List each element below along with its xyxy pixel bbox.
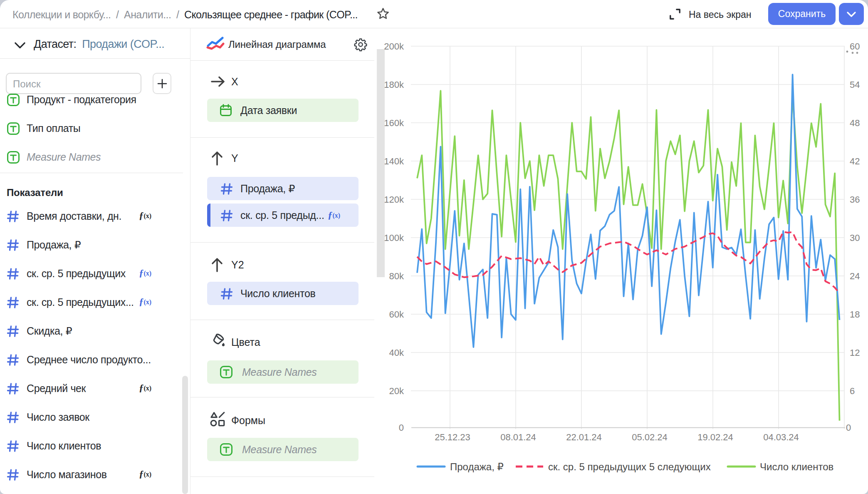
svg-text:160k: 160k: [384, 118, 404, 128]
svg-text:54: 54: [850, 79, 860, 90]
svg-text:ск. ср. 5 предыдущих 5 следующ: ск. ср. 5 предыдущих 5 следующих: [548, 461, 711, 472]
svg-text:20k: 20k: [389, 386, 404, 396]
svg-text:42: 42: [850, 156, 860, 166]
svg-text:100k: 100k: [384, 233, 404, 243]
svg-text:25.12.23: 25.12.23: [435, 432, 470, 442]
svg-text:180k: 180k: [384, 79, 404, 90]
svg-text:12: 12: [850, 348, 860, 358]
svg-text:19.02.24: 19.02.24: [697, 432, 733, 442]
svg-text:04.03.24: 04.03.24: [763, 432, 799, 442]
svg-text:18: 18: [850, 309, 860, 320]
svg-text:05.02.24: 05.02.24: [632, 432, 668, 442]
svg-text:22.01.24: 22.01.24: [566, 432, 602, 442]
svg-text:140k: 140k: [384, 156, 404, 166]
svg-text:6: 6: [850, 386, 855, 396]
svg-text:0: 0: [399, 422, 404, 433]
svg-text:36: 36: [850, 194, 860, 205]
svg-text:Число клиентов: Число клиентов: [760, 461, 833, 472]
svg-text:Продажа, ₽: Продажа, ₽: [450, 461, 504, 472]
svg-text:08.01.24: 08.01.24: [500, 432, 536, 442]
svg-text:40k: 40k: [389, 348, 404, 358]
svg-text:200k: 200k: [384, 41, 404, 52]
svg-text:30: 30: [850, 233, 860, 243]
svg-text:0: 0: [846, 422, 851, 433]
svg-text:60k: 60k: [389, 309, 404, 320]
svg-text:120k: 120k: [384, 194, 404, 205]
svg-text:60: 60: [850, 41, 860, 52]
svg-text:48: 48: [850, 118, 860, 128]
svg-text:80k: 80k: [389, 271, 404, 281]
svg-text:24: 24: [850, 271, 860, 281]
